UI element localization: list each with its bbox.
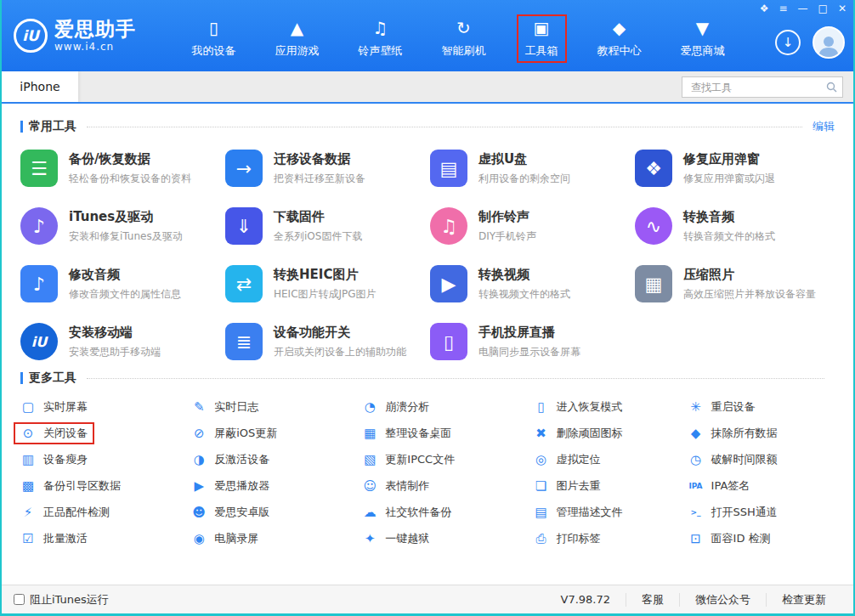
tool-update-ipcc[interactable]: ▧更新IPCC文件: [355, 449, 461, 471]
tool-edit-audio[interactable]: ♪修改音频修改音频文件的属性信息: [20, 265, 220, 302]
block-update-icon: ⊘: [191, 427, 207, 440]
edit-link[interactable]: 编辑: [813, 119, 835, 134]
tool-title: 转换视频: [478, 267, 570, 283]
tool-convert-audio[interactable]: ∿转换音频转换音频文件的格式: [635, 207, 835, 245]
tool-open-ssh[interactable]: >_打开SSH通道: [682, 501, 784, 523]
tool-desc: 修复应用弹窗或闪退: [683, 172, 775, 186]
tool-label: 管理描述文件: [557, 505, 623, 520]
emoji-icon: ☺: [362, 480, 377, 493]
tool-erase-all-data[interactable]: ◆抹除所有数据: [682, 422, 784, 444]
block-itunes-option: 阻止iTunes运行: [14, 592, 109, 608]
tool-faceid-check[interactable]: ⊡面容ID 检测: [682, 528, 778, 550]
main-nav: ▯我的设备▲应用游戏♫铃声壁纸↻智能刷机▣工具箱◆教程中心▼爱思商城: [141, 14, 775, 63]
tool-aisi-player[interactable]: ▶爱思播放器: [184, 475, 276, 497]
statusbar-check-update[interactable]: 检查更新: [766, 593, 841, 607]
nav-item-apps-games[interactable]: ▲应用游戏: [267, 14, 328, 63]
tool-virtual-usb[interactable]: ▤虚拟U盘利用设备的剩余空间: [430, 150, 630, 187]
audio-convert-icon: ∿: [635, 207, 672, 245]
tool-organize-desktop[interactable]: ▦整理设备桌面: [355, 422, 458, 444]
tool-device-switches[interactable]: ≣设备功能开关开启或关闭设备上的辅助功能: [225, 323, 425, 360]
tool-print-label[interactable]: ⎙打印标签: [527, 528, 608, 550]
tool-text: 修改音频修改音频文件的属性信息: [69, 267, 181, 302]
tool-crash-analysis[interactable]: ◔崩溃分析: [355, 396, 436, 418]
section-marker: [20, 121, 23, 133]
tool-emoji-maker[interactable]: ☺表情制作: [355, 475, 436, 497]
nav-item-my-devices[interactable]: ▯我的设备: [184, 14, 245, 63]
ipa-icon: IPA: [688, 483, 704, 490]
search-icon[interactable]: [826, 82, 837, 93]
nav-item-tutorial-center[interactable]: ◆教程中心: [589, 14, 650, 63]
tool-text: 设备功能开关开启或关闭设备上的辅助功能: [274, 325, 406, 359]
tool-backup-restore[interactable]: ☰备份/恢复数据轻松备份和恢复设备的资料: [20, 150, 220, 187]
tool-label: 进入恢复模式: [557, 399, 623, 415]
tool-fix-popup[interactable]: ❖修复应用弹窗修复应用弹窗或闪退: [635, 150, 835, 187]
tool-make-ringtone[interactable]: ♫制作铃声DIY手机铃声: [430, 207, 630, 245]
tool-text: 迁移设备数据把资料迁移至新设备: [274, 151, 365, 186]
tool-install-mobile[interactable]: iU安装移动端安装爱思助手移动端: [20, 323, 220, 360]
tool-desc: 轻松备份和恢复设备的资料: [69, 172, 191, 186]
tool-ipa-sign[interactable]: IPAIPA签名: [682, 475, 757, 497]
tool-convert-heic[interactable]: ⇄转换HEIC图片HEIC图片转成JPG图片: [225, 265, 425, 302]
tool-image-dedup[interactable]: ❏图片去重: [527, 475, 608, 497]
nav-item-smart-flash[interactable]: ↻智能刷机: [433, 14, 495, 63]
statusbar-right: V7.98.72 客服微信公众号检查更新: [545, 593, 841, 607]
nav-item-toolbox[interactable]: ▣工具箱: [517, 14, 567, 63]
close-icon[interactable]: ✕: [838, 3, 847, 14]
tool-aisi-android[interactable]: ☻爱思安卓版: [184, 501, 276, 523]
menu-icon[interactable]: ≡: [779, 3, 788, 14]
nav-item-label: 教程中心: [597, 43, 642, 59]
tool-desc: 转换视频文件的格式: [478, 287, 570, 302]
tab-iphone[interactable]: iPhone: [2, 71, 78, 102]
repair-icon: ❖: [635, 150, 672, 187]
download-button[interactable]: ↓: [775, 30, 801, 55]
tool-title: 修复应用弹窗: [683, 151, 775, 167]
clock-icon: ◷: [688, 454, 704, 466]
tool-backup-boot-data[interactable]: ▩备份引导区数据: [14, 475, 127, 497]
statusbar-support[interactable]: 客服: [626, 593, 679, 607]
tool-desc: 全系列iOS固件下载: [274, 229, 362, 244]
maximize-icon[interactable]: □: [818, 3, 828, 14]
tool-compress-photos[interactable]: ▦压缩照片高效压缩照片并释放设备容量: [635, 265, 835, 302]
tool-download-firmware[interactable]: ⇓下载固件全系列iOS固件下载: [225, 207, 425, 245]
gift-icon[interactable]: ❖: [760, 3, 769, 14]
tool-batch-activate[interactable]: ☑批量激活: [14, 528, 94, 550]
tool-desc: 高效压缩照片并释放设备容量: [683, 287, 816, 302]
tool-recovery-mode[interactable]: ▯进入恢复模式: [527, 396, 630, 418]
terminal-icon: >_: [688, 509, 704, 517]
tool-delete-stubborn-icons[interactable]: ✖删除顽固图标: [527, 422, 630, 444]
tool-device-slim[interactable]: ▥设备瘦身: [14, 449, 94, 471]
user-avatar[interactable]: [813, 26, 845, 59]
tool-pc-record[interactable]: ◉电脑录屏: [184, 528, 265, 550]
version-label: V7.98.72: [545, 593, 626, 606]
tool-virtual-location[interactable]: ◎虚拟定位: [527, 449, 608, 471]
tool-crack-time-limit[interactable]: ◷破解时间限额: [682, 449, 784, 471]
tool-reboot-device[interactable]: ✳重启设备: [682, 396, 762, 418]
nav-item-aisi-mall[interactable]: ▼爱思商城: [672, 14, 733, 63]
tool-live-screen[interactable]: ▢实时屏幕: [14, 396, 94, 418]
tool-jailbreak[interactable]: ✦一键越狱: [355, 528, 436, 550]
audio-edit-icon: ♪: [20, 265, 58, 302]
tool-itunes-driver[interactable]: ♪iTunes及驱动安装和修复iTunes及驱动: [20, 207, 220, 245]
tool-text: 修复应用弹窗修复应用弹窗或闪退: [683, 151, 775, 186]
tool-block-ios-update[interactable]: ⊘屏蔽iOS更新: [184, 422, 284, 444]
apps-icon: ▲: [291, 19, 303, 39]
lock-icon: ✦: [362, 533, 377, 545]
backup-icon: ☰: [20, 150, 58, 187]
tool-social-backup[interactable]: ☁社交软件备份: [355, 501, 458, 523]
minimize-icon[interactable]: —: [798, 3, 808, 14]
tool-shutdown-device[interactable]: ⊙关闭设备: [14, 422, 94, 444]
tool-migrate-data[interactable]: →迁移设备数据把资料迁移至新设备: [225, 150, 425, 187]
tutorial-icon: ◆: [613, 19, 626, 39]
tool-manage-profiles[interactable]: ▤管理描述文件: [527, 501, 630, 523]
statusbar-wechat[interactable]: 微信公众号: [679, 593, 766, 607]
tool-screen-mirror[interactable]: ▯手机投屏直播电脑同步显示设备屏幕: [430, 323, 630, 360]
tool-deactivate-device[interactable]: ◑反激活设备: [184, 449, 276, 471]
search-input[interactable]: [689, 81, 826, 94]
tool-convert-video[interactable]: ▶转换视频转换视频文件的格式: [430, 265, 630, 302]
block-itunes-checkbox[interactable]: [14, 594, 25, 605]
tool-live-log[interactable]: ✎实时日志: [184, 396, 265, 418]
heic-icon: ⇄: [225, 265, 263, 302]
nav-item-ringtones-wallpapers[interactable]: ♫铃声壁纸: [350, 14, 411, 63]
more-tools-grid: ▢实时屏幕✎实时日志◔崩溃分析▯进入恢复模式✳重启设备⊙关闭设备⊘屏蔽iOS更新…: [20, 399, 835, 546]
tool-accessory-check[interactable]: ⚡正品配件检测: [14, 501, 116, 523]
